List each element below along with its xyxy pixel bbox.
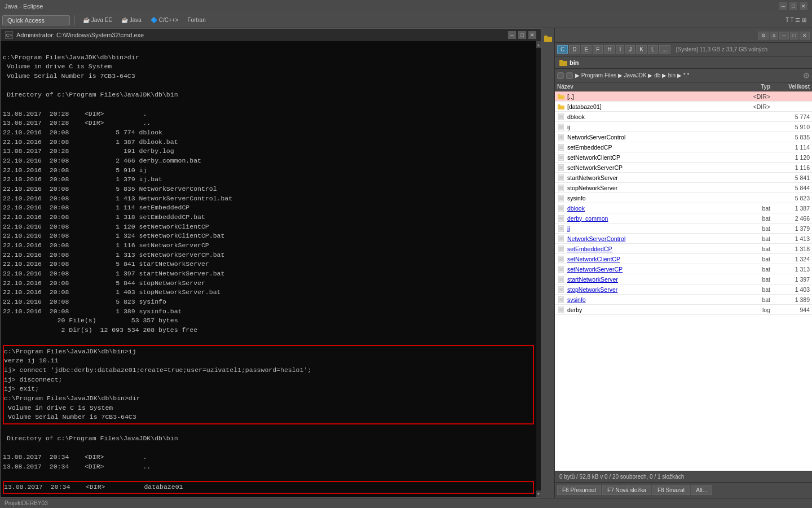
cmd-maximize-btn[interactable]: □	[518, 31, 526, 39]
table-row[interactable]: dblookbat1 387	[555, 203, 812, 213]
table-row[interactable]: sysinfobat1 389	[555, 295, 812, 305]
file-name-cell: setEmbeddedCP	[567, 246, 731, 252]
f6-move-btn[interactable]: F6 Přesunout	[557, 485, 601, 495]
svg-rect-2	[559, 61, 567, 66]
table-row[interactable]: startNetworkServerbat1 397	[555, 274, 812, 284]
file-size-cell: 5 841	[770, 174, 810, 181]
file-status: 0 bytů / 52,8 kB v 0 / 20 souborech, 0 /…	[555, 471, 812, 482]
drive-btn-h[interactable]: H	[604, 45, 615, 54]
nav-minimize-btn[interactable]: ─	[779, 32, 788, 40]
cmd-window-controls: ─ □ ✕	[508, 31, 536, 39]
file-size-cell: 1 318	[770, 246, 810, 252]
eclipse-statusbar: ProjektDERBY03	[0, 498, 812, 508]
scroll-up-arrow[interactable]: ▲	[536, 41, 541, 48]
nav-maximize-btn[interactable]: □	[790, 32, 798, 40]
drive-btn-more[interactable]: ...	[659, 45, 670, 54]
col-header-size[interactable]: Velikost	[770, 84, 810, 90]
svg-rect-10	[558, 106, 564, 110]
minimize-button[interactable]: ─	[779, 2, 787, 10]
cmd-content[interactable]: c:\Program Files\JavaJDK\db\bin>dir Volu…	[1, 41, 536, 497]
table-row[interactable]: [databaze01]<DIR>	[555, 102, 812, 112]
file-icon	[557, 174, 565, 182]
table-row[interactable]: sysinfo5 823	[555, 193, 812, 203]
file-size-cell: 1 387	[770, 205, 810, 212]
toolbar-java-btn[interactable]: ☕ Java	[118, 16, 145, 24]
toolbar-javaee-btn[interactable]: ☕ Java EE	[80, 16, 116, 24]
alt-btn[interactable]: Alt...	[691, 485, 712, 495]
table-row[interactable]: NetworkServerControl5 835	[555, 132, 812, 142]
file-name-cell: derby	[567, 306, 731, 313]
toolbar-fortran-btn[interactable]: Fortran	[184, 16, 209, 24]
nav-tools: ⚙ ≡ ─ □ ✕	[555, 28, 812, 43]
table-row[interactable]: NetworkServerControlbat1 413	[555, 234, 812, 244]
drive-btn-f[interactable]: F	[593, 45, 603, 54]
drive-btn-k[interactable]: K	[636, 45, 647, 54]
cmd-highlighted-block: c:\Program Files\JavaJDK\db\bin>ij verze…	[3, 345, 534, 424]
maximize-button[interactable]: □	[789, 2, 797, 10]
svg-rect-1	[544, 36, 548, 37]
window-controls: ─ □ ✕	[779, 2, 807, 10]
file-size-cell: 1 116	[770, 164, 810, 171]
file-name-cell: dblook	[567, 113, 731, 120]
col-header-name[interactable]: Název	[557, 84, 720, 90]
current-folder-name: bin	[570, 59, 579, 66]
scroll-down-arrow[interactable]: ▼	[536, 491, 541, 497]
file-type-cell: bat	[731, 215, 770, 222]
nav-tool-btn-2[interactable]: ≡	[770, 32, 778, 40]
table-row[interactable]: setNetworkClientCPbat1 324	[555, 254, 812, 264]
drive-btn-e[interactable]: E	[581, 45, 592, 54]
table-row[interactable]: derbylog944	[555, 305, 812, 315]
table-row[interactable]: setNetworkServerCP1 116	[555, 163, 812, 173]
file-icon	[557, 184, 565, 192]
f8-delete-btn[interactable]: F8 Smazat	[652, 485, 690, 495]
table-row[interactable]: ijbat1 379	[555, 224, 812, 234]
quick-access-input[interactable]: Quick Access	[2, 15, 70, 25]
toolbar-cpp-btn[interactable]: 🔷 C/C++>	[147, 16, 182, 24]
right-panel-inner: ⚙ ≡ ─ □ ✕ C D E F H I J	[555, 28, 812, 498]
file-type-cell: bat	[731, 235, 770, 242]
table-row[interactable]: [..]<DIR>	[555, 91, 812, 102]
folder-icon	[557, 103, 565, 111]
table-row[interactable]: dblook5 774	[555, 112, 812, 122]
close-button[interactable]: ✕	[800, 2, 807, 10]
drive-btn-d[interactable]: D	[569, 45, 580, 54]
drive-btn-i[interactable]: I	[616, 45, 624, 54]
nav-close-btn[interactable]: ✕	[800, 32, 810, 40]
table-row[interactable]: startNetworkServer5 841	[555, 173, 812, 183]
file-type-cell: log	[731, 306, 770, 313]
file-icon	[557, 164, 565, 172]
table-row[interactable]: setEmbeddedCP1 114	[555, 142, 812, 152]
cmd-close-btn[interactable]: ✕	[528, 31, 536, 39]
path-settings-icon[interactable]	[803, 72, 810, 79]
file-icon	[557, 204, 565, 212]
nav-tool-btn-1[interactable]: ⚙	[758, 32, 769, 40]
table-row[interactable]: derby_commonbat2 466	[555, 213, 812, 224]
file-icon	[557, 286, 565, 294]
table-row[interactable]: setNetworkServerCPbat1 313	[555, 264, 812, 274]
table-row[interactable]: setNetworkClientCP1 120	[555, 152, 812, 163]
toolbar-extra-btn[interactable]: T T ☰ ⊞	[782, 16, 810, 24]
col-header-type[interactable]: Typ	[731, 84, 770, 90]
cmd-minimize-btn[interactable]: ─	[508, 31, 516, 39]
eclipse-titlebar: Java - Eclipse ─ □ ✕	[0, 0, 812, 12]
table-row[interactable]: ij5 910	[555, 122, 812, 132]
f7-new-folder-btn[interactable]: F7 Nová složka	[602, 485, 651, 495]
quick-access-label: Quick Access	[7, 17, 45, 24]
cmd-title: Administrator: C:\Windows\System32\cmd.e…	[16, 32, 505, 38]
file-size-cell: 1 379	[770, 225, 810, 232]
svg-rect-0	[544, 37, 552, 42]
file-name-cell: sysinfo	[567, 296, 731, 303]
table-row[interactable]: setEmbeddedCPbat1 318	[555, 244, 812, 254]
path-bar: ▶ Program Files ▶ JavaJDK ▶ db ▶ bin ▶ *…	[555, 69, 812, 82]
file-name-cell: [databaze01]	[567, 103, 731, 110]
drive-btn-l[interactable]: L	[648, 45, 658, 54]
panel-folder-icon[interactable]	[542, 33, 554, 44]
drive-btn-j[interactable]: J	[625, 45, 635, 54]
svg-rect-8	[558, 95, 564, 99]
file-size-cell: 1 413	[770, 235, 810, 242]
table-row[interactable]: stopNetworkServerbat1 403	[555, 284, 812, 295]
cmd-scrollbar[interactable]: ▲ ▼	[536, 41, 541, 497]
table-row[interactable]: stopNetworkServer5 844	[555, 183, 812, 193]
drive-btn-c[interactable]: C	[557, 45, 568, 54]
file-list[interactable]: [..]<DIR>[databaze01]<DIR>dblook5 774ij5…	[555, 91, 812, 471]
